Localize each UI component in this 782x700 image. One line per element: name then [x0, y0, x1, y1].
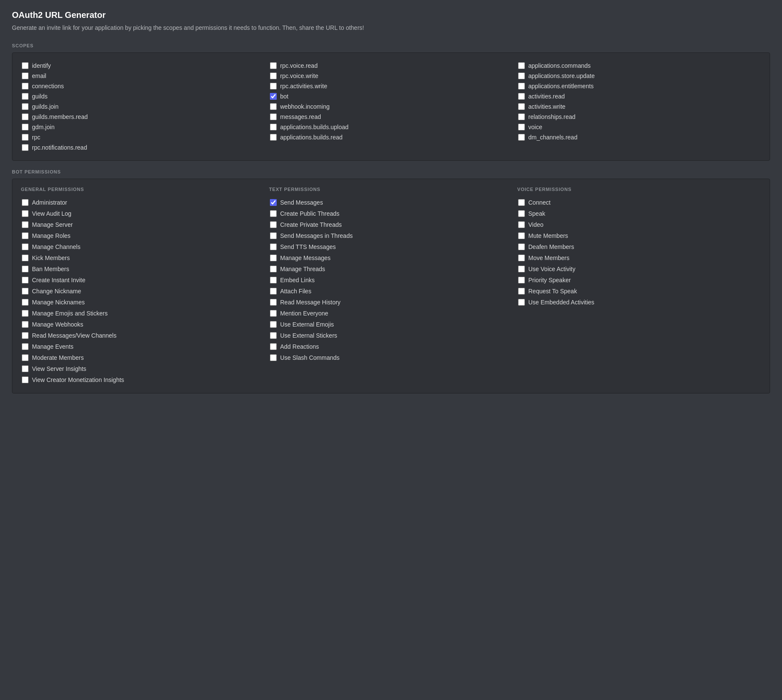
perm-checkbox-manage_emojis_stickers[interactable] [22, 310, 29, 317]
scope-item-applications_builds_read[interactable]: applications.builds.read [269, 132, 513, 142]
scope-checkbox-guilds[interactable] [22, 93, 29, 100]
perm-checkbox-manage_channels[interactable] [22, 243, 29, 250]
perm-item-manage_channels[interactable]: Manage Channels [21, 241, 265, 252]
perm-checkbox-embed_links[interactable] [270, 277, 277, 283]
scope-checkbox-rpc_voice_read[interactable] [270, 62, 277, 69]
perm-checkbox-request_to_speak[interactable] [518, 288, 525, 295]
perm-checkbox-view_audit_log[interactable] [22, 210, 29, 217]
scope-item-activities_read[interactable]: activities.read [517, 91, 761, 101]
perm-item-send_messages_in_threads[interactable]: Send Messages in Threads [269, 230, 513, 241]
scope-checkbox-guilds_join[interactable] [22, 103, 29, 110]
perm-item-change_nickname[interactable]: Change Nickname [21, 286, 265, 297]
perm-item-moderate_members[interactable]: Moderate Members [21, 352, 265, 363]
scope-checkbox-applications_store_update[interactable] [518, 72, 525, 79]
perm-checkbox-change_nickname[interactable] [22, 288, 29, 295]
perm-item-move_members[interactable]: Move Members [517, 252, 761, 263]
perm-item-mention_everyone[interactable]: Mention Everyone [269, 308, 513, 319]
scope-checkbox-messages_read[interactable] [270, 113, 277, 120]
perm-checkbox-mute_members[interactable] [518, 232, 525, 239]
perm-item-manage_emojis_stickers[interactable]: Manage Emojis and Stickers [21, 308, 265, 319]
perm-item-connect[interactable]: Connect [517, 197, 761, 208]
scope-checkbox-bot[interactable] [270, 93, 277, 100]
perm-item-send_messages[interactable]: Send Messages [269, 197, 513, 208]
scope-item-rpc_activities_write[interactable]: rpc.activities.write [269, 81, 513, 91]
scope-checkbox-rpc_activities_write[interactable] [270, 83, 277, 90]
scope-checkbox-rpc_notifications_read[interactable] [22, 144, 29, 151]
scope-item-activities_write[interactable]: activities.write [517, 101, 761, 112]
perm-item-read_messages_view_channels[interactable]: Read Messages/View Channels [21, 330, 265, 341]
perm-item-view_server_insights[interactable]: View Server Insights [21, 363, 265, 374]
perm-item-use_external_emojis[interactable]: Use External Emojis [269, 319, 513, 330]
perm-checkbox-view_creator_monetization_insights[interactable] [22, 376, 29, 383]
perm-checkbox-send_messages[interactable] [270, 199, 277, 206]
perm-checkbox-view_server_insights[interactable] [22, 365, 29, 372]
perm-checkbox-manage_webhooks[interactable] [22, 321, 29, 328]
perm-checkbox-video[interactable] [518, 221, 525, 228]
perm-item-ban_members[interactable]: Ban Members [21, 263, 265, 275]
perm-checkbox-ban_members[interactable] [22, 266, 29, 272]
scope-item-relationships_read[interactable]: relationships.read [517, 112, 761, 122]
scope-checkbox-webhook_incoming[interactable] [270, 103, 277, 110]
perm-item-view_audit_log[interactable]: View Audit Log [21, 208, 265, 219]
perm-checkbox-create_private_threads[interactable] [270, 221, 277, 228]
perm-checkbox-manage_server[interactable] [22, 221, 29, 228]
perm-item-manage_events[interactable]: Manage Events [21, 341, 265, 352]
perm-checkbox-kick_members[interactable] [22, 255, 29, 261]
scope-checkbox-applications_commands[interactable] [518, 62, 525, 69]
perm-checkbox-use_slash_commands[interactable] [270, 354, 277, 361]
perm-item-read_message_history[interactable]: Read Message History [269, 297, 513, 308]
perm-checkbox-create_public_threads[interactable] [270, 210, 277, 217]
perm-item-view_creator_monetization_insights[interactable]: View Creator Monetization Insights [21, 374, 265, 385]
perm-checkbox-use_external_stickers[interactable] [270, 332, 277, 339]
scope-item-guilds[interactable]: guilds [21, 91, 265, 101]
perm-checkbox-manage_threads[interactable] [270, 266, 277, 272]
scope-item-messages_read[interactable]: messages.read [269, 112, 513, 122]
perm-checkbox-attach_files[interactable] [270, 288, 277, 295]
scope-item-bot[interactable]: bot [269, 91, 513, 101]
perm-checkbox-read_messages_view_channels[interactable] [22, 332, 29, 339]
perm-item-manage_nicknames[interactable]: Manage Nicknames [21, 297, 265, 308]
perm-item-priority_speaker[interactable]: Priority Speaker [517, 275, 761, 286]
perm-item-manage_server[interactable]: Manage Server [21, 219, 265, 230]
perm-checkbox-use_external_emojis[interactable] [270, 321, 277, 328]
scope-checkbox-activities_write[interactable] [518, 103, 525, 110]
perm-checkbox-use_voice_activity[interactable] [518, 266, 525, 272]
scope-item-guilds_join[interactable]: guilds.join [21, 101, 265, 112]
scope-item-applications_store_update[interactable]: applications.store.update [517, 71, 761, 81]
perm-checkbox-priority_speaker[interactable] [518, 277, 525, 283]
perm-checkbox-read_message_history[interactable] [270, 299, 277, 306]
scope-item-email[interactable]: email [21, 71, 265, 81]
scope-checkbox-guilds_members_read[interactable] [22, 113, 29, 120]
perm-item-use_slash_commands[interactable]: Use Slash Commands [269, 352, 513, 363]
scope-item-connections[interactable]: connections [21, 81, 265, 91]
perm-checkbox-manage_events[interactable] [22, 343, 29, 350]
perm-item-mute_members[interactable]: Mute Members [517, 230, 761, 241]
perm-item-send_tts_messages[interactable]: Send TTS Messages [269, 241, 513, 252]
perm-item-request_to_speak[interactable]: Request To Speak [517, 286, 761, 297]
perm-checkbox-administrator[interactable] [22, 199, 29, 206]
scope-item-identify[interactable]: identify [21, 61, 265, 71]
scope-checkbox-applications_entitlements[interactable] [518, 83, 525, 90]
perm-item-create_public_threads[interactable]: Create Public Threads [269, 208, 513, 219]
perm-item-video[interactable]: Video [517, 219, 761, 230]
perm-item-embed_links[interactable]: Embed Links [269, 275, 513, 286]
scope-item-applications_builds_upload[interactable]: applications.builds.upload [269, 122, 513, 132]
perm-checkbox-send_messages_in_threads[interactable] [270, 232, 277, 239]
scope-checkbox-dm_channels_read[interactable] [518, 134, 525, 141]
scope-checkbox-rpc_voice_write[interactable] [270, 72, 277, 79]
scope-item-rpc_voice_write[interactable]: rpc.voice.write [269, 71, 513, 81]
perm-item-use_embedded_activities[interactable]: Use Embedded Activities [517, 297, 761, 308]
scope-checkbox-email[interactable] [22, 72, 29, 79]
scope-checkbox-applications_builds_upload[interactable] [270, 124, 277, 130]
perm-item-manage_webhooks[interactable]: Manage Webhooks [21, 319, 265, 330]
scope-item-rpc[interactable]: rpc [21, 132, 265, 142]
perm-item-create_private_threads[interactable]: Create Private Threads [269, 219, 513, 230]
scope-checkbox-gdm_join[interactable] [22, 124, 29, 130]
scope-checkbox-applications_builds_read[interactable] [270, 134, 277, 141]
perm-item-deafen_members[interactable]: Deafen Members [517, 241, 761, 252]
perm-checkbox-manage_nicknames[interactable] [22, 299, 29, 306]
perm-checkbox-moderate_members[interactable] [22, 354, 29, 361]
perm-checkbox-mention_everyone[interactable] [270, 310, 277, 317]
scope-item-rpc_notifications_read[interactable]: rpc.notifications.read [21, 142, 265, 153]
perm-item-manage_messages[interactable]: Manage Messages [269, 252, 513, 263]
